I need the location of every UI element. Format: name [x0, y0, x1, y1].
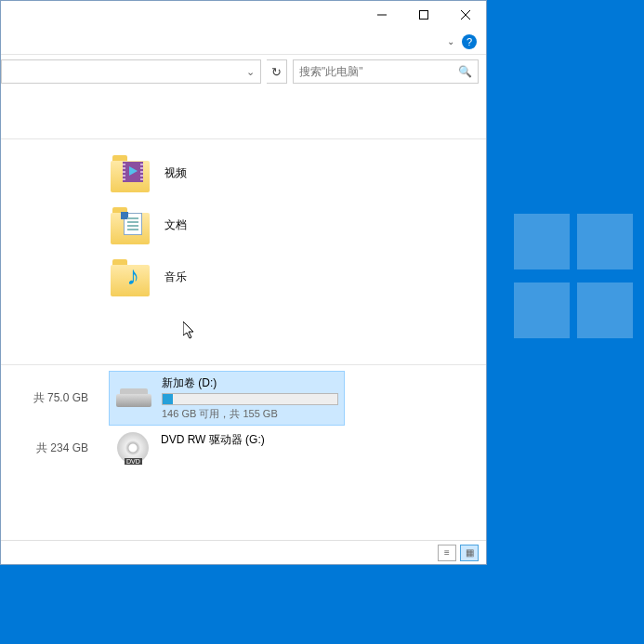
refresh-button[interactable]: ↻ — [267, 59, 287, 84]
address-dropdown-icon[interactable]: ⌄ — [246, 66, 255, 78]
ribbon-collapsed: ⌄ ? — [1, 29, 486, 55]
dvd-icon: DVD — [114, 432, 151, 464]
search-input[interactable]: 搜索"此电脑" 🔍 — [293, 59, 479, 84]
maximize-button[interactable] — [402, 1, 444, 29]
address-bar[interactable]: ⌄ — [1, 59, 261, 84]
view-tiles-button[interactable]: ▦ — [460, 545, 479, 561]
search-icon: 🔍 — [458, 65, 472, 78]
file-explorer-window: ⌄ ? ⌄ ↻ 搜索"此电脑" 🔍 视频 文档 — [0, 0, 487, 565]
status-bar: ≡ ▦ — [1, 540, 486, 564]
view-details-button[interactable]: ≡ — [438, 545, 456, 561]
chevron-down-icon[interactable]: ⌄ — [447, 36, 454, 46]
folder-documents[interactable]: 文档 — [111, 199, 486, 251]
windows-desktop-logo — [514, 214, 644, 344]
documents-folder-icon — [111, 205, 150, 244]
folder-videos[interactable]: 视频 — [111, 147, 486, 199]
drive-d[interactable]: 新加卷 (D:) 146 GB 可用，共 155 GB — [109, 371, 345, 426]
drive-name: 新加卷 (D:) — [162, 375, 338, 391]
hdd-icon — [115, 375, 152, 407]
titlebar — [1, 1, 486, 29]
close-button[interactable] — [444, 1, 486, 29]
drive-usage-bar — [162, 393, 338, 405]
help-icon[interactable]: ? — [462, 34, 477, 49]
music-folder-icon: ♪ — [111, 257, 150, 296]
folder-label: 音乐 — [164, 269, 187, 285]
minimize-button[interactable] — [361, 1, 402, 29]
drive-name: DVD RW 驱动器 (G:) — [161, 432, 334, 448]
folder-label: 视频 — [164, 165, 187, 181]
drive-partial-left-2: 共 234 GB — [1, 440, 96, 456]
search-placeholder: 搜索"此电脑" — [299, 64, 363, 80]
svg-rect-1 — [419, 11, 427, 20]
drive-g[interactable]: DVD DVD RW 驱动器 (G:) — [109, 428, 339, 467]
drive-subtext: 146 GB 可用，共 155 GB — [162, 407, 338, 421]
content-pane: 视频 文档 ♪ 音乐 共 75.0 GB 新加卷 (D:) — [1, 88, 486, 540]
folder-music[interactable]: ♪ 音乐 — [111, 251, 486, 303]
videos-folder-icon — [111, 153, 150, 192]
drive-partial-left-1: 共 75.0 GB — [1, 390, 96, 406]
address-bar-row: ⌄ ↻ 搜索"此电脑" 🔍 — [1, 55, 486, 88]
folder-label: 文档 — [164, 217, 187, 233]
